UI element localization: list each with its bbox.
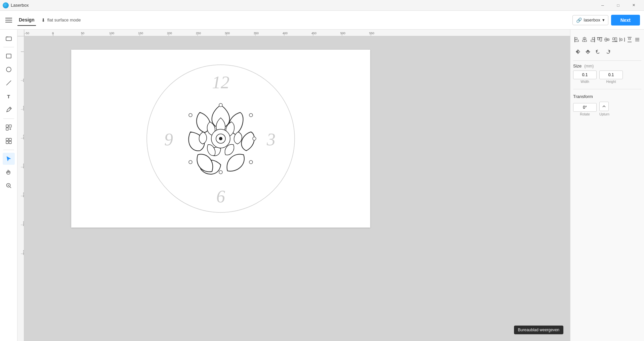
svg-rect-12	[6, 141, 8, 144]
svg-rect-95	[621, 39, 622, 41]
flip-v-button[interactable]	[583, 47, 593, 56]
divider-1	[3, 47, 14, 47]
align-row-1	[573, 34, 641, 46]
align-top-edge-button[interactable]	[596, 35, 603, 44]
minimize-button[interactable]: ─	[595, 0, 610, 11]
ruler-corner	[17, 30, 24, 36]
svg-text:150: 150	[138, 32, 143, 35]
circle-tool[interactable]	[3, 63, 15, 76]
chain-icon: 🔗	[576, 17, 582, 23]
svg-text:200: 200	[167, 32, 172, 35]
svg-text:50: 50	[81, 32, 84, 35]
hamburger-button[interactable]	[4, 15, 15, 26]
svg-text:250: 250	[23, 192, 24, 197]
rotate-input[interactable]	[573, 103, 597, 112]
rectangle-tool[interactable]	[3, 50, 15, 62]
svg-rect-78	[575, 40, 578, 42]
rotate-sublabel: Rotate	[580, 112, 590, 116]
size-label: Size	[573, 63, 582, 68]
ruler-top: -50 0 50 100 150 200 250 300 350	[24, 30, 570, 36]
link-dropdown[interactable]: 🔗 laserbox ▾	[572, 15, 608, 25]
upturn-buttons: Upturn	[599, 102, 609, 116]
size-unit-label: (mm)	[584, 64, 594, 68]
design-canvas[interactable]: 12 3 6 9	[71, 50, 370, 228]
transform-label: Transform	[573, 94, 593, 99]
svg-rect-6	[9, 125, 11, 127]
svg-line-3	[6, 81, 11, 85]
app-title: Laserbox	[11, 3, 595, 8]
svg-point-2	[6, 67, 11, 72]
tab-design[interactable]: Design	[17, 14, 36, 26]
svg-text:0: 0	[52, 32, 54, 35]
svg-text:50: 50	[23, 79, 24, 82]
svg-rect-92	[613, 38, 614, 40]
text-tool[interactable]: T	[3, 90, 15, 102]
svg-text:9: 9	[164, 130, 173, 149]
canvas-area[interactable]: -50 0 50 100 150 200 250 300 350	[17, 30, 570, 341]
pen-tool[interactable]	[3, 104, 15, 116]
rotate-cw-button[interactable]	[603, 47, 613, 56]
add-element-tool[interactable]	[3, 121, 15, 134]
tooltip-text: Bureaublad weergeven	[518, 328, 559, 332]
align-left-edge-button[interactable]	[574, 35, 581, 44]
restore-button[interactable]: □	[610, 0, 626, 11]
zoom-tool[interactable]	[3, 180, 15, 192]
svg-rect-87	[600, 38, 602, 41]
app-icon	[3, 2, 9, 8]
select-tool[interactable]	[3, 153, 15, 165]
folder-tool[interactable]	[3, 32, 15, 44]
svg-text:450: 450	[311, 32, 316, 35]
width-label: Width	[581, 80, 589, 84]
svg-text:550: 550	[369, 32, 374, 35]
height-input-group: Height	[599, 70, 623, 84]
distribute-h-button[interactable]	[619, 35, 626, 44]
window-controls: ─ □ ✕	[595, 0, 641, 11]
svg-text:350: 350	[254, 32, 259, 35]
next-button[interactable]: Next	[611, 15, 640, 26]
right-panel: Size (mm) Width Height Transform	[570, 30, 644, 341]
download-icon: ⬇	[41, 17, 45, 23]
svg-rect-10	[6, 138, 8, 141]
panel-divider-2	[573, 89, 641, 89]
svg-text:100: 100	[109, 32, 114, 35]
svg-rect-98	[629, 38, 631, 40]
clock-design[interactable]: 12 3 6 9	[140, 58, 301, 219]
svg-point-73	[189, 113, 192, 117]
svg-rect-1	[6, 54, 11, 58]
svg-text:6: 6	[216, 187, 225, 206]
svg-text:3: 3	[266, 130, 275, 149]
svg-point-70	[219, 103, 222, 107]
flat-surface-button[interactable]: ⬇ flat surface mode	[39, 15, 84, 25]
align-center-h-button[interactable]	[581, 35, 588, 44]
main-layout: T -50	[0, 30, 644, 341]
line-tool[interactable]	[3, 77, 15, 89]
divider-3	[3, 150, 14, 150]
align-right-edge-button[interactable]	[589, 35, 596, 44]
svg-text:12: 12	[212, 73, 229, 92]
width-input-group: Width	[573, 70, 597, 84]
tooltip: Bureaublad weergeven	[514, 326, 563, 334]
close-button[interactable]: ✕	[626, 0, 641, 11]
flip-h-button[interactable]	[573, 47, 583, 56]
align-center-v-button[interactable]	[604, 35, 610, 44]
align-more-button[interactable]	[634, 35, 641, 44]
hand-tool[interactable]	[3, 166, 15, 178]
svg-text:100: 100	[23, 106, 24, 111]
svg-rect-7	[6, 128, 8, 130]
height-input[interactable]	[599, 70, 623, 79]
size-inputs: Width Height	[573, 70, 641, 84]
svg-rect-86	[598, 38, 599, 40]
link-dropdown-value: laserbox	[584, 17, 600, 22]
flat-surface-label: flat surface mode	[47, 17, 81, 22]
transform-row	[573, 47, 641, 56]
svg-text:-50: -50	[25, 32, 29, 35]
width-input[interactable]	[573, 70, 597, 79]
rotate-ccw-button[interactable]	[593, 47, 603, 56]
distribute-v-button[interactable]	[626, 35, 633, 44]
grid-tool[interactable]	[3, 135, 15, 147]
svg-rect-77	[575, 38, 577, 39]
chevron-down-icon: ▾	[602, 17, 605, 22]
upturn-up-button[interactable]	[599, 102, 609, 111]
align-bottom-edge-button[interactable]	[611, 35, 618, 44]
svg-rect-83	[592, 38, 595, 39]
